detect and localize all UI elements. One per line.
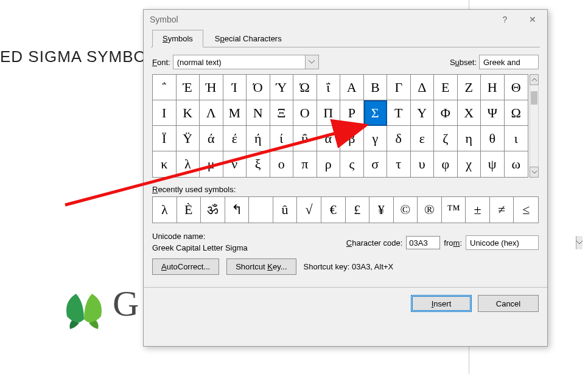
recent-symbol-cell[interactable]: ↰ xyxy=(225,197,250,223)
recent-symbol-cell[interactable] xyxy=(249,197,273,223)
symbol-cell[interactable]: Ν xyxy=(247,100,270,126)
symbol-cell[interactable]: φ xyxy=(434,151,458,177)
symbol-cell[interactable]: Π xyxy=(317,100,341,126)
symbol-cell[interactable]: γ xyxy=(364,126,388,151)
symbol-cell[interactable]: χ xyxy=(458,151,481,177)
symbol-cell[interactable]: ΐ xyxy=(317,75,341,100)
recent-symbol-cell[interactable]: £ xyxy=(346,197,370,223)
symbol-cell[interactable]: Σ xyxy=(364,100,388,126)
symbol-cell[interactable]: θ xyxy=(481,126,505,151)
autocorrect-button[interactable]: AutoCorrect... xyxy=(152,258,219,275)
symbol-cell[interactable]: Ό xyxy=(247,75,270,100)
symbol-cell[interactable]: ι xyxy=(505,126,528,151)
close-button[interactable]: ✕ xyxy=(519,10,546,29)
character-code-input[interactable] xyxy=(406,236,440,249)
title-bar[interactable]: Symbol ? ✕ xyxy=(144,10,547,29)
symbol-cell[interactable]: Ψ xyxy=(481,100,505,126)
chevron-down-icon[interactable] xyxy=(305,55,318,69)
symbol-cell[interactable]: Ι xyxy=(153,100,177,126)
symbol-cell[interactable]: Β xyxy=(364,75,388,100)
font-input[interactable] xyxy=(173,55,305,69)
insert-button[interactable]: Insert xyxy=(411,295,472,312)
symbol-cell[interactable]: β xyxy=(340,126,364,151)
symbol-cell[interactable]: Ζ xyxy=(458,75,481,100)
symbol-cell[interactable]: ν xyxy=(223,151,247,177)
tab-symbols[interactable]: Symbols xyxy=(152,30,203,47)
symbol-cell[interactable]: Ί xyxy=(223,75,247,100)
symbol-cell[interactable]: Ο xyxy=(293,100,317,126)
cancel-button[interactable]: Cancel xyxy=(478,295,539,312)
symbol-cell[interactable]: κ xyxy=(153,151,177,177)
recent-symbol-cell[interactable]: ¥ xyxy=(369,197,394,223)
symbol-cell[interactable]: Η xyxy=(481,75,505,100)
symbol-cell[interactable]: Υ xyxy=(411,100,435,126)
symbol-cell[interactable]: Ώ xyxy=(293,75,317,100)
symbol-cell[interactable]: ο xyxy=(270,151,294,177)
from-input[interactable] xyxy=(466,236,576,249)
symbol-cell[interactable]: ξ xyxy=(247,151,270,177)
scroll-track[interactable] xyxy=(530,85,539,167)
scroll-up-button[interactable] xyxy=(530,74,539,85)
recent-symbol-cell[interactable]: © xyxy=(394,197,418,223)
subset-input[interactable] xyxy=(480,55,588,69)
symbol-cell[interactable]: ί xyxy=(270,126,294,151)
chevron-down-icon[interactable] xyxy=(576,236,583,249)
symbol-cell[interactable]: Γ xyxy=(387,75,411,100)
symbol-cell[interactable]: Έ xyxy=(177,75,200,100)
tab-special-characters[interactable]: Special Characters xyxy=(205,30,292,47)
symbol-cell[interactable]: ΅ xyxy=(153,75,177,100)
symbol-cell[interactable]: Ή xyxy=(200,75,223,100)
symbol-cell[interactable]: Φ xyxy=(434,100,458,126)
font-combo[interactable] xyxy=(173,55,319,69)
help-button[interactable]: ? xyxy=(491,10,519,29)
symbol-cell[interactable]: Ρ xyxy=(340,100,364,126)
recent-symbol-cell[interactable]: € xyxy=(321,197,346,223)
symbol-cell[interactable]: Α xyxy=(340,75,364,100)
recent-symbol-cell[interactable]: ± xyxy=(466,197,490,223)
symbol-cell[interactable]: ψ xyxy=(481,151,505,177)
symbol-cell[interactable]: α xyxy=(317,126,341,151)
symbol-cell[interactable]: ή xyxy=(247,126,270,151)
from-combo[interactable] xyxy=(466,235,539,250)
symbol-cell[interactable]: Ω xyxy=(505,100,528,126)
symbol-cell[interactable]: Ϊ xyxy=(153,126,177,151)
recent-symbol-cell[interactable]: ॐ xyxy=(201,197,225,223)
symbol-cell[interactable]: ς xyxy=(340,151,364,177)
symbol-cell[interactable]: η xyxy=(458,126,481,151)
recent-symbol-cell[interactable]: ® xyxy=(418,197,442,223)
scroll-thumb[interactable] xyxy=(531,91,537,105)
recent-symbol-cell[interactable]: û xyxy=(273,197,298,223)
symbol-cell[interactable]: ε xyxy=(411,126,435,151)
symbol-cell[interactable]: έ xyxy=(223,126,247,151)
symbol-cell[interactable]: υ xyxy=(411,151,435,177)
symbol-cell[interactable]: Χ xyxy=(458,100,481,126)
symbol-cell[interactable]: ω xyxy=(505,151,528,177)
symbol-cell[interactable]: μ xyxy=(200,151,223,177)
shortcut-key-button[interactable]: Shortcut Key... xyxy=(226,258,296,275)
recent-symbol-cell[interactable]: ≤ xyxy=(514,197,538,223)
symbol-cell[interactable]: δ xyxy=(387,126,411,151)
symbol-cell[interactable]: Λ xyxy=(200,100,223,126)
recent-symbol-cell[interactable]: √ xyxy=(297,197,321,223)
symbol-cell[interactable]: Κ xyxy=(177,100,200,126)
symbol-cell[interactable]: σ xyxy=(364,151,388,177)
recent-symbol-cell[interactable]: λ xyxy=(153,197,177,223)
symbol-cell[interactable]: ρ xyxy=(317,151,341,177)
recent-symbol-cell[interactable]: È xyxy=(177,197,201,223)
symbol-cell[interactable]: ΰ xyxy=(293,126,317,151)
grid-scrollbar[interactable] xyxy=(530,74,539,178)
symbol-cell[interactable]: Μ xyxy=(223,100,247,126)
symbol-cell[interactable]: π xyxy=(293,151,317,177)
scroll-down-button[interactable] xyxy=(530,167,539,178)
symbol-cell[interactable]: Ξ xyxy=(270,100,294,126)
symbol-cell[interactable]: Ύ xyxy=(270,75,294,100)
symbol-cell[interactable]: Δ xyxy=(411,75,435,100)
subset-combo[interactable] xyxy=(479,55,539,69)
symbol-cell[interactable]: ά xyxy=(200,126,223,151)
symbol-cell[interactable]: Τ xyxy=(387,100,411,126)
recent-symbol-cell[interactable]: ≠ xyxy=(490,197,514,223)
symbol-cell[interactable]: Θ xyxy=(505,75,528,100)
recent-symbol-cell[interactable]: ™ xyxy=(442,197,466,223)
symbol-cell[interactable]: ζ xyxy=(434,126,458,151)
symbol-cell[interactable]: τ xyxy=(387,151,411,177)
